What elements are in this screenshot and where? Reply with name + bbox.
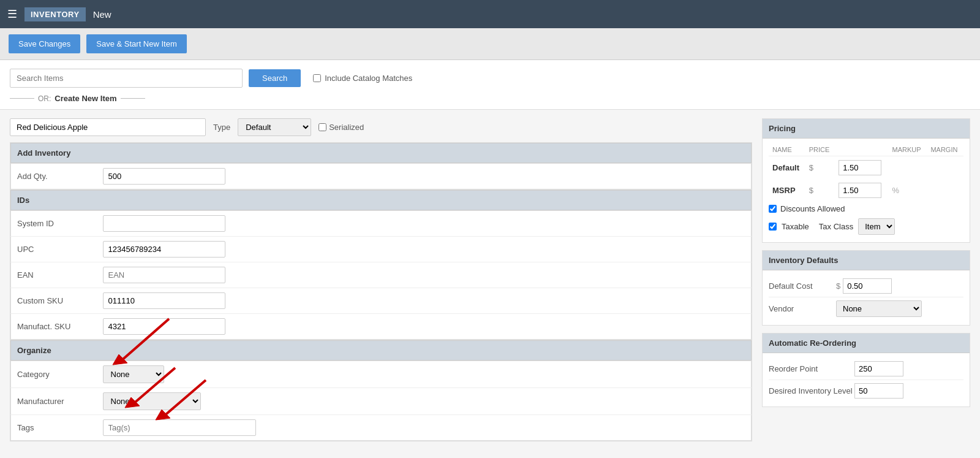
item-name-input[interactable] — [10, 118, 206, 136]
toolbar: Save Changes Save & Start New Item — [0, 28, 980, 60]
type-select[interactable]: Default Service Non-Inventory — [238, 118, 311, 136]
create-new-row: OR: Create New Item — [10, 94, 970, 103]
table-row: Category None — [11, 361, 752, 388]
manufact-sku-input[interactable] — [103, 318, 225, 335]
table-row: Custom SKU — [11, 288, 752, 314]
pricing-row-markup: % — [889, 179, 927, 202]
table-row: Tags — [11, 415, 752, 441]
tags-input[interactable] — [103, 419, 256, 436]
upc-input[interactable] — [103, 241, 225, 258]
organize-header: Organize — [10, 340, 752, 361]
right-panel: Pricing NAME PRICE MARKUP MARGIN Defaul — [762, 118, 970, 441]
qty-value-cell — [97, 164, 752, 189]
hamburger-icon[interactable]: ☰ — [7, 7, 17, 21]
serialized-checkbox[interactable] — [318, 123, 326, 131]
add-inventory-header: Add Inventory — [10, 143, 752, 163]
taxable-label: Taxable — [782, 222, 809, 231]
table-row: EAN — [11, 262, 752, 288]
pricing-row-margin — [927, 179, 963, 202]
manufacturer-select[interactable]: None — [103, 392, 201, 410]
ids-section: IDs System ID UPC EAN — [10, 190, 752, 340]
col-margin: MARGIN — [927, 143, 963, 156]
upc-value — [97, 237, 752, 262]
search-input[interactable] — [10, 69, 243, 88]
add-inventory-section: Add Inventory Add Qty. — [10, 142, 752, 190]
pricing-row: MSRP $ % — [769, 179, 963, 202]
tax-class-label: Tax Class — [819, 222, 853, 231]
qty-label: Add Qty. — [11, 164, 97, 189]
system-id-label: System ID — [11, 211, 97, 237]
serialized-row: Serialized — [318, 123, 364, 132]
serialized-label-text: Serialized — [329, 123, 364, 132]
reorder-point-row: Reorder Point — [769, 358, 963, 380]
tax-class-select[interactable]: Item — [858, 218, 895, 235]
vendor-select[interactable]: None — [836, 300, 922, 317]
ean-label: EAN — [11, 262, 97, 288]
catalog-match-label: Include Catalog Matches — [325, 74, 412, 83]
pricing-body: NAME PRICE MARKUP MARGIN Default $ MSRP … — [763, 139, 970, 242]
category-value: None — [97, 361, 752, 388]
default-cost-input[interactable] — [843, 278, 892, 294]
main-content: Type Default Service Non-Inventory Seria… — [0, 110, 980, 450]
table-row: Add Qty. — [11, 164, 752, 189]
category-select[interactable]: None — [103, 365, 164, 383]
manufact-sku-label: Manufact. SKU — [11, 314, 97, 340]
system-id-input[interactable] — [103, 215, 225, 232]
auto-reorder-body: Reorder Point Desired Inventory Level — [763, 353, 970, 406]
custom-sku-label: Custom SKU — [11, 288, 97, 314]
pricing-row-name: MSRP — [769, 179, 805, 202]
manufacturer-label: Manufacturer — [11, 388, 97, 415]
discounts-row: Discounts Allowed — [769, 202, 963, 216]
qty-input[interactable] — [103, 168, 225, 185]
vendor-row: Vendor None — [769, 297, 963, 320]
tags-value — [97, 415, 752, 441]
pricing-row-currency: $ — [805, 179, 835, 202]
col-markup: MARKUP — [889, 143, 927, 156]
desired-level-input[interactable] — [854, 383, 903, 399]
inventory-defaults-body: Default Cost $ Vendor None — [763, 270, 970, 325]
inventory-defaults-section: Inventory Defaults Default Cost $ Vendor… — [762, 250, 970, 326]
pricing-price-input[interactable] — [839, 183, 881, 198]
reorder-point-input[interactable] — [854, 361, 903, 376]
pricing-row-margin — [927, 156, 963, 180]
nav-inventory-badge[interactable]: INVENTORY — [24, 7, 86, 21]
save-new-item-button[interactable]: Save & Start New Item — [86, 34, 187, 53]
ids-table: System ID UPC EAN — [10, 210, 752, 340]
default-cost-row: Default Cost $ — [769, 275, 963, 297]
table-row: Manufacturer None — [11, 388, 752, 415]
table-row: Manufact. SKU — [11, 314, 752, 340]
item-name-row: Type Default Service Non-Inventory Seria… — [10, 118, 752, 136]
search-row: Search Include Catalog Matches — [10, 69, 970, 88]
divider-line-2 — [121, 98, 145, 99]
ids-header: IDs — [10, 190, 752, 210]
pricing-price-input[interactable] — [839, 160, 881, 175]
discounts-label: Discounts Allowed — [780, 204, 845, 213]
desired-level-row: Desired Inventory Level — [769, 380, 963, 402]
taxable-checkbox[interactable] — [769, 223, 777, 231]
catalog-match-row: Include Catalog Matches — [313, 74, 412, 83]
catalog-match-checkbox[interactable] — [313, 74, 321, 82]
pricing-header-row: NAME PRICE MARKUP MARGIN — [769, 143, 963, 156]
search-section: Search Include Catalog Matches OR: Creat… — [0, 60, 980, 110]
manufact-sku-value — [97, 314, 752, 340]
inventory-defaults-header: Inventory Defaults — [763, 251, 970, 270]
default-cost-currency: $ — [836, 281, 840, 291]
search-button[interactable]: Search — [249, 69, 301, 87]
create-new-label: Create New Item — [55, 94, 116, 103]
left-panel: Type Default Service Non-Inventory Seria… — [10, 118, 752, 441]
custom-sku-input[interactable] — [103, 292, 225, 309]
type-label: Type — [213, 123, 230, 132]
reorder-point-label: Reorder Point — [769, 364, 854, 373]
table-row: System ID — [11, 211, 752, 237]
ean-input[interactable] — [103, 267, 225, 283]
category-label: Category — [11, 361, 97, 388]
default-cost-label: Default Cost — [769, 281, 836, 291]
ean-value — [97, 262, 752, 288]
pricing-row: Default $ — [769, 156, 963, 180]
pricing-table: NAME PRICE MARKUP MARGIN Default $ MSRP … — [769, 143, 963, 202]
upc-label: UPC — [11, 237, 97, 262]
or-label: OR: — [38, 94, 51, 103]
save-changes-button[interactable]: Save Changes — [9, 34, 80, 53]
discounts-checkbox[interactable] — [769, 205, 777, 213]
desired-level-label: Desired Inventory Level — [769, 386, 854, 395]
